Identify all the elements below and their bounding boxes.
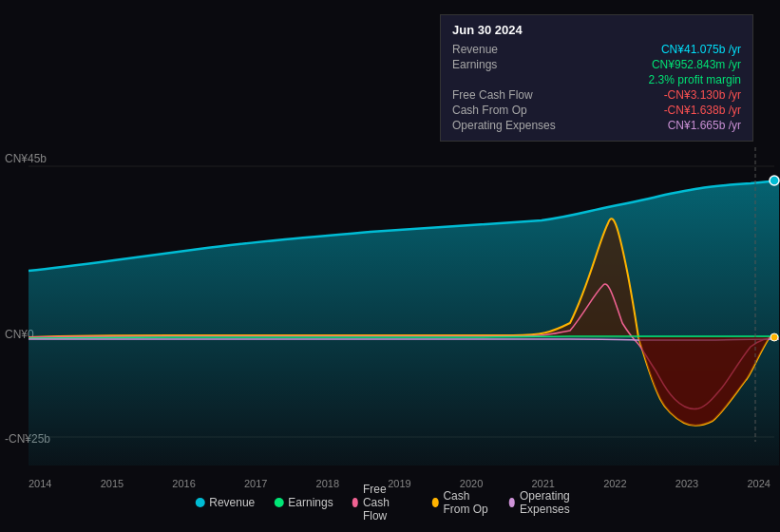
revenue-value: CN¥41.075b /yr bbox=[661, 43, 741, 56]
legend-label-opex: Operating Expenses bbox=[520, 489, 585, 516]
legend-label-fcf: Free Cash Flow bbox=[363, 483, 413, 522]
legend-fcf[interactable]: Free Cash Flow bbox=[352, 483, 413, 522]
x-label-2022: 2022 bbox=[603, 478, 626, 489]
legend-dot-fcf bbox=[352, 498, 358, 507]
tooltip-box: Jun 30 2024 Revenue CN¥41.075b /yr Earni… bbox=[440, 14, 753, 142]
legend-dot-revenue bbox=[195, 498, 204, 507]
tooltip-row-cashop: Cash From Op -CN¥1.638b /yr bbox=[452, 103, 741, 118]
opex-value: CN¥1.665b /yr bbox=[668, 119, 741, 132]
svg-point-6 bbox=[770, 333, 778, 341]
x-label-2015: 2015 bbox=[101, 478, 124, 489]
tooltip-row-revenue: Revenue CN¥41.075b /yr bbox=[452, 42, 741, 57]
legend-dot-opex bbox=[509, 498, 515, 507]
x-label-2016: 2016 bbox=[172, 478, 195, 489]
tooltip-date: Jun 30 2024 bbox=[452, 23, 741, 37]
legend-label-revenue: Revenue bbox=[209, 496, 255, 509]
legend-label-cashop: Cash From Op bbox=[443, 489, 489, 516]
svg-point-5 bbox=[770, 176, 779, 185]
legend-opex[interactable]: Operating Expenses bbox=[509, 489, 585, 516]
x-label-2014: 2014 bbox=[29, 478, 51, 489]
revenue-label: Revenue bbox=[452, 43, 498, 56]
cashop-value: -CN¥1.638b /yr bbox=[664, 104, 741, 117]
earnings-value: CN¥952.843m /yr bbox=[652, 58, 741, 71]
x-label-2023: 2023 bbox=[675, 478, 698, 489]
fcf-label: Free Cash Flow bbox=[452, 88, 533, 102]
tooltip-row-earnings: Earnings CN¥952.843m /yr bbox=[452, 57, 741, 72]
tooltip-row-opex: Operating Expenses CN¥1.665b /yr bbox=[452, 118, 741, 133]
fcf-value: -CN¥3.130b /yr bbox=[664, 88, 741, 102]
profit-margin: 2.3% profit margin bbox=[452, 72, 741, 87]
cashop-label: Cash From Op bbox=[452, 104, 527, 117]
legend-earnings[interactable]: Earnings bbox=[274, 496, 333, 509]
opex-label: Operating Expenses bbox=[452, 119, 556, 132]
legend-cashop[interactable]: Cash From Op bbox=[432, 489, 490, 516]
earnings-label: Earnings bbox=[452, 58, 497, 71]
chart-container: Jun 30 2024 Revenue CN¥41.075b /yr Earni… bbox=[0, 0, 780, 532]
x-label-2024: 2024 bbox=[747, 478, 770, 489]
chart-legend: Revenue Earnings Free Cash Flow Cash Fro… bbox=[195, 483, 585, 522]
legend-dot-earnings bbox=[274, 498, 283, 507]
legend-dot-cashop bbox=[432, 498, 438, 507]
profit-margin-value: 2.3% profit margin bbox=[649, 73, 741, 86]
legend-revenue[interactable]: Revenue bbox=[195, 496, 255, 509]
tooltip-row-fcf: Free Cash Flow -CN¥3.130b /yr bbox=[452, 87, 741, 103]
legend-label-earnings: Earnings bbox=[288, 496, 333, 509]
